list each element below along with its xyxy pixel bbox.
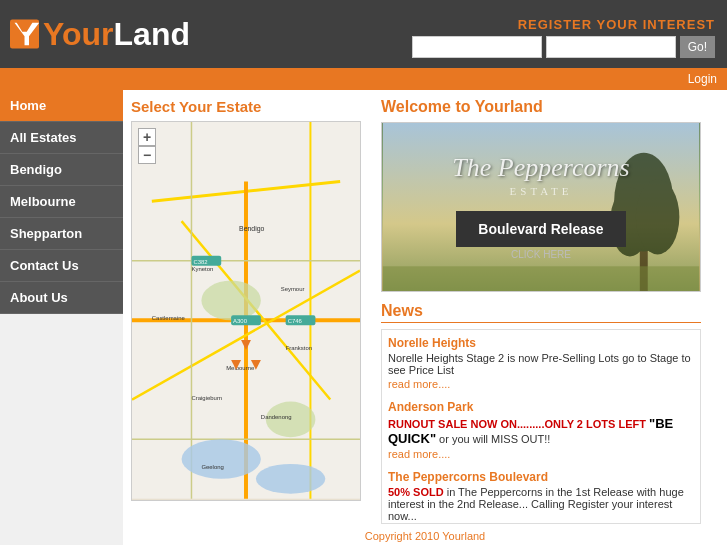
svg-text:Frankston: Frankston: [286, 345, 312, 351]
svg-text:A300: A300: [233, 318, 248, 324]
sidebar-item-bendigo[interactable]: Bendigo: [0, 154, 123, 186]
map-section: Select Your Estate: [131, 98, 371, 501]
main-content: Home All Estates Bendigo Melbourne Shepp…: [0, 90, 727, 545]
news-item-peppercorns: The Peppercorns Boulevard 50% SOLD in Th…: [388, 470, 694, 524]
register-area: REGISTER YOUR INTEREST Go!: [200, 0, 727, 68]
svg-text:Bendigo: Bendigo: [239, 225, 265, 233]
register-inputs: Go!: [412, 36, 715, 58]
fifty-sold-text: 50% SOLD: [388, 486, 444, 498]
news-read-more-anderson[interactable]: read more....: [388, 448, 694, 460]
register-label: REGISTER YOUR INTEREST: [518, 17, 715, 32]
register-your: YOUR: [597, 17, 639, 32]
logo-text: YourLand: [43, 16, 190, 53]
news-section: News Norelle Heights Norelle Heights Sta…: [381, 302, 701, 524]
copyright-text: Copyright 2010 Yourland: [365, 530, 485, 542]
footer: Copyright 2010 Yourland: [131, 524, 719, 545]
runout-text: RUNOUT SALE NOW ON.........ONLY 2 LOTS L…: [388, 418, 649, 430]
news-item-title-peppercorns: The Peppercorns Boulevard: [388, 470, 694, 484]
svg-point-12: [201, 281, 260, 321]
map-title: Select Your Estate: [131, 98, 371, 115]
news-item-title-norelle: Norelle Heights: [388, 336, 694, 350]
map-background: Bendigo Melbourne Seymour Castlemaine Cr…: [132, 122, 360, 499]
sidebar-item-shepparton[interactable]: Shepparton: [0, 218, 123, 250]
svg-text:C382: C382: [193, 259, 207, 265]
svg-text:C746: C746: [288, 318, 303, 324]
register-text: REGISTER: [518, 17, 597, 32]
news-item-norelle: Norelle Heights Norelle Heights Stage 2 …: [388, 336, 694, 390]
svg-text:Craigieburn: Craigieburn: [191, 395, 222, 401]
right-section: Welcome to Yourland: [381, 98, 719, 524]
svg-point-15: [256, 464, 325, 494]
logo-area: YourLand: [0, 0, 200, 68]
logo-your: Your: [43, 16, 114, 52]
go-button[interactable]: Go!: [680, 36, 715, 58]
news-container[interactable]: Norelle Heights Norelle Heights Stage 2 …: [381, 329, 701, 524]
news-title: News: [381, 302, 701, 323]
miss-out-text: or you will MISS OUT!!: [436, 433, 550, 445]
boulevard-release-button[interactable]: Boulevard Release: [456, 211, 625, 247]
estate-name-sub: ESTATE: [510, 185, 573, 197]
svg-text:Kyneton: Kyneton: [191, 266, 213, 272]
svg-point-14: [182, 439, 261, 479]
zoom-out-button[interactable]: −: [138, 146, 156, 164]
sidebar-item-home[interactable]: Home: [0, 90, 123, 122]
svg-text:Castlemaine: Castlemaine: [152, 315, 186, 321]
sidebar-item-melbourne[interactable]: Melbourne: [0, 186, 123, 218]
news-item-anderson: Anderson Park RUNOUT SALE NOW ON........…: [388, 400, 694, 460]
map-container[interactable]: Bendigo Melbourne Seymour Castlemaine Cr…: [131, 121, 361, 501]
news-item-title-anderson: Anderson Park: [388, 400, 694, 414]
register-input-1[interactable]: [412, 36, 542, 58]
yourland-logo-icon: [10, 8, 39, 60]
content-area: Select Your Estate: [123, 90, 727, 545]
welcome-title: Welcome to Yourland: [381, 98, 719, 116]
orange-bar: Login: [0, 68, 727, 90]
news-read-more-norelle[interactable]: read more....: [388, 378, 694, 390]
sidebar-item-all-estates[interactable]: All Estates: [0, 122, 123, 154]
news-item-body-peppercorns: 50% SOLD in The Peppercorns in the 1st R…: [388, 486, 694, 522]
login-link[interactable]: Login: [688, 72, 717, 86]
sidebar-item-about[interactable]: About Us: [0, 282, 123, 314]
logo-land: Land: [114, 16, 190, 52]
zoom-in-button[interactable]: +: [138, 128, 156, 146]
estate-name-text: The Peppercorns: [452, 154, 629, 183]
svg-text:Dandenong: Dandenong: [261, 414, 292, 420]
news-item-body-anderson: RUNOUT SALE NOW ON.........ONLY 2 LOTS L…: [388, 416, 694, 446]
estate-banner[interactable]: The Peppercorns ESTATE Boulevard Release…: [381, 122, 701, 292]
banner-overlay: The Peppercorns ESTATE Boulevard Release…: [382, 123, 700, 291]
register-input-2[interactable]: [546, 36, 676, 58]
click-here-label: CLICK HERE: [511, 249, 571, 260]
svg-text:Melbourne: Melbourne: [226, 365, 255, 371]
header: YourLand REGISTER YOUR INTEREST Go!: [0, 0, 727, 68]
register-interest: INTEREST: [638, 17, 715, 32]
sidebar-item-contact[interactable]: Contact Us: [0, 250, 123, 282]
svg-text:Seymour: Seymour: [281, 286, 305, 292]
map-zoom-controls: + −: [138, 128, 156, 164]
sidebar: Home All Estates Bendigo Melbourne Shepp…: [0, 90, 123, 545]
news-item-body-norelle: Norelle Heights Stage 2 is now Pre-Selli…: [388, 352, 694, 376]
svg-text:Geelong: Geelong: [201, 464, 223, 470]
